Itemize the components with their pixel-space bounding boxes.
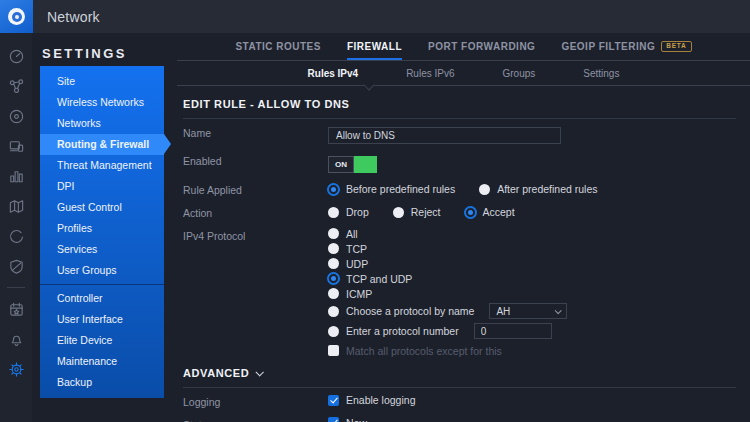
protocol-name-select[interactable]: AH: [489, 303, 567, 319]
enabled-toggle[interactable]: ON: [328, 156, 377, 173]
radio-icon[interactable]: [328, 258, 339, 269]
checkbox-unchecked-icon[interactable]: [328, 345, 339, 356]
insights-icon[interactable]: [0, 221, 32, 251]
firewall-tabs: STATIC ROUTES FIREWALL PORT FORWARDING G…: [177, 33, 750, 60]
beta-badge: BETA: [661, 41, 691, 53]
radio-icon[interactable]: [328, 207, 339, 218]
radio-icon[interactable]: [328, 288, 339, 299]
radio-tcp[interactable]: TCP: [328, 243, 736, 254]
radio-after-predefined[interactable]: After predefined rules: [479, 183, 597, 195]
radio-icon[interactable]: [328, 228, 339, 239]
settings-icon[interactable]: [0, 354, 32, 384]
subtab-groups[interactable]: Groups: [503, 68, 536, 79]
sidebar-item-user-interface[interactable]: User Interface: [40, 309, 164, 330]
sidebar-item-backup[interactable]: Backup: [40, 372, 164, 393]
sidebar-item-site[interactable]: Site: [40, 71, 164, 92]
enabled-row: Enabled ON: [183, 153, 736, 173]
radio-selected-icon[interactable]: [465, 207, 476, 218]
unifi-logo-icon: [8, 8, 25, 25]
firewall-subtabs: Rules IPv4 Rules IPv6 Groups Settings: [177, 61, 750, 85]
ipv4-protocol-label: IPv4 Protocol: [183, 228, 328, 356]
threat-management-icon[interactable]: [0, 251, 32, 281]
tab-geoip-filtering[interactable]: GEOIP FILTERINGBETA: [561, 33, 691, 60]
alerts-icon[interactable]: [0, 324, 32, 354]
radio-icon[interactable]: [328, 306, 339, 317]
radio-tcp-and-udp[interactable]: TCP and UDP: [328, 273, 736, 284]
enable-logging-checkbox-option[interactable]: Enable logging: [328, 394, 736, 406]
checkbox-checked-icon[interactable]: [328, 395, 339, 406]
logging-label: Logging: [183, 394, 328, 408]
name-row: Name: [183, 125, 736, 144]
radio-icon[interactable]: [393, 207, 404, 218]
rule-name-input[interactable]: [328, 127, 561, 144]
sidebar-item-user-groups[interactable]: User Groups: [40, 260, 164, 281]
subtabs-divider: [177, 85, 750, 86]
settings-sidebar: SETTINGS Site Wireless Networks Networks…: [32, 33, 177, 422]
tab-port-forwarding[interactable]: PORT FORWARDING: [428, 33, 535, 60]
rail-divider: [7, 287, 25, 288]
radio-icmp[interactable]: ICMP: [328, 288, 736, 299]
radio-before-predefined[interactable]: Before predefined rules: [328, 183, 455, 195]
states-row: States New Established Invalid Related: [183, 417, 736, 422]
subtab-rules-ipv6[interactable]: Rules IPv6: [406, 68, 454, 79]
sidebar-item-threat-management[interactable]: Threat Management: [40, 155, 164, 176]
tab-static-routes[interactable]: STATIC ROUTES: [235, 33, 321, 60]
advanced-section-toggle[interactable]: ADVANCED: [183, 365, 736, 387]
radio-reject[interactable]: Reject: [393, 206, 441, 218]
app-header: Network: [0, 0, 750, 33]
sidebar-item-wireless-networks[interactable]: Wireless Networks: [40, 92, 164, 113]
main-content: STATIC ROUTES FIREWALL PORT FORWARDING G…: [177, 33, 750, 422]
protocol-number-input[interactable]: [474, 323, 552, 339]
radio-selected-icon[interactable]: [328, 184, 339, 195]
settings-heading: SETTINGS: [32, 33, 177, 61]
unifi-logo[interactable]: [0, 0, 33, 33]
ipv4-protocol-row: IPv4 Protocol All TCP UDP TCP and UDP IC…: [183, 228, 736, 356]
radio-protocol-number[interactable]: Enter a protocol number: [328, 323, 736, 339]
page-title: Network: [47, 9, 100, 25]
radio-icon[interactable]: [479, 184, 490, 195]
name-label: Name: [183, 125, 328, 144]
statistics-icon[interactable]: [0, 161, 32, 191]
radio-udp[interactable]: UDP: [328, 258, 736, 269]
state-new-checkbox-option[interactable]: New: [328, 417, 736, 422]
radio-icon[interactable]: [328, 243, 339, 254]
menu-separator: [40, 284, 164, 285]
radio-drop[interactable]: Drop: [328, 206, 369, 218]
sidebar-item-dpi[interactable]: DPI: [40, 176, 164, 197]
subtab-settings[interactable]: Settings: [583, 68, 619, 79]
subtab-rules-ipv4[interactable]: Rules IPv4: [308, 68, 359, 79]
topology-icon[interactable]: [0, 71, 32, 101]
events-icon[interactable]: [0, 294, 32, 324]
tab-firewall[interactable]: FIREWALL: [347, 33, 402, 60]
match-all-checkbox-option[interactable]: Match all protocols except for this: [328, 345, 736, 356]
chevron-down-icon: [555, 307, 562, 314]
toggle-knob: [354, 156, 377, 173]
sidebar-item-routing-firewall[interactable]: Routing & Firewall: [40, 134, 164, 155]
sidebar-item-networks[interactable]: Networks: [40, 113, 164, 134]
section-divider: [183, 118, 736, 119]
sidebar-item-elite-device[interactable]: Elite Device: [40, 330, 164, 351]
app-window: Network: [0, 0, 750, 422]
settings-menu: Site Wireless Networks Networks Routing …: [40, 66, 164, 398]
rule-applied-row: Rule Applied Before predefined rules Aft…: [183, 182, 736, 196]
radio-protocol-by-name[interactable]: Choose a protocol by name AH: [328, 303, 736, 319]
section-divider: [183, 387, 736, 388]
sidebar-item-controller[interactable]: Controller: [40, 288, 164, 309]
radio-accept[interactable]: Accept: [465, 206, 515, 218]
action-label: Action: [183, 205, 328, 219]
icon-rail: [0, 33, 32, 422]
states-label: States: [183, 417, 328, 422]
radio-selected-icon[interactable]: [328, 273, 339, 284]
radio-all[interactable]: All: [328, 228, 736, 239]
sidebar-item-maintenance[interactable]: Maintenance: [40, 351, 164, 372]
devices-icon[interactable]: [0, 101, 32, 131]
checkbox-checked-icon[interactable]: [328, 417, 339, 422]
sidebar-item-services[interactable]: Services: [40, 239, 164, 260]
map-icon[interactable]: [0, 191, 32, 221]
radio-icon[interactable]: [328, 326, 339, 337]
sidebar-item-profiles[interactable]: Profiles: [40, 218, 164, 239]
sidebar-item-guest-control[interactable]: Guest Control: [40, 197, 164, 218]
clients-icon[interactable]: [0, 131, 32, 161]
edit-rule-form: EDIT RULE - ALLOW TO DNS Name Enabled ON: [177, 86, 750, 422]
dashboard-icon[interactable]: [0, 41, 32, 71]
